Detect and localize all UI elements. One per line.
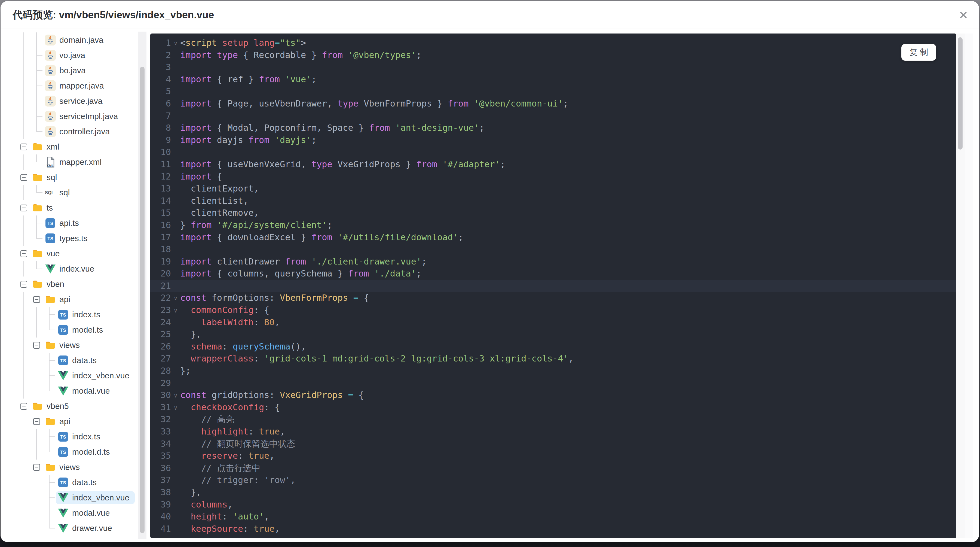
tree-item-bo-java[interactable]: bo.java xyxy=(0,63,138,78)
close-button[interactable]: × xyxy=(954,4,973,26)
tree-item-sql[interactable]: sql xyxy=(0,170,138,185)
fold-gutter xyxy=(171,219,180,231)
tree-indent-guide xyxy=(30,124,43,139)
fold-chevron-icon[interactable]: ∨ xyxy=(171,304,180,316)
code-line: 13 clientExport, xyxy=(150,182,956,195)
tree-item-service-java[interactable]: service.java xyxy=(0,93,138,109)
tree-item-data-ts[interactable]: TSdata.ts xyxy=(0,353,138,368)
tree-item-types-ts[interactable]: TStypes.ts xyxy=(0,231,138,246)
line-number: 35 xyxy=(150,450,171,462)
fold-chevron-icon[interactable]: ∨ xyxy=(171,401,180,413)
tree-item-model-ts[interactable]: TSmodel.ts xyxy=(0,322,138,338)
tree-indent-guide xyxy=(18,48,30,63)
code-line: 37 // trigger: 'row', xyxy=(150,474,956,486)
tree-item-vben[interactable]: vben xyxy=(0,276,138,292)
tree-indent-guide xyxy=(18,338,30,353)
copy-button[interactable]: 复 制 xyxy=(901,44,936,61)
fold-chevron-icon[interactable]: ∨ xyxy=(171,389,180,401)
vue-icon xyxy=(56,384,70,397)
line-number: 7 xyxy=(150,110,171,122)
code-editor[interactable]: 复 制 1∨<script setup lang="ts">2import ty… xyxy=(150,33,956,538)
tree-item-vue[interactable]: vue xyxy=(0,246,138,261)
tree-item-mapper-xml[interactable]: XMLmapper.xml xyxy=(0,155,138,170)
collapse-toggle-icon[interactable] xyxy=(18,170,30,185)
collapse-toggle-icon[interactable] xyxy=(18,276,30,292)
tree-item-index-vue[interactable]: index.vue xyxy=(0,261,138,276)
tree-item-modal-vue[interactable]: modal.vue xyxy=(0,506,138,521)
tree-item-label: model.d.ts xyxy=(72,447,110,456)
tree-item-api[interactable]: api xyxy=(0,414,138,429)
tree-item-model-d-ts[interactable]: TSmodel.d.ts xyxy=(0,444,138,459)
tree-item-index-ts[interactable]: TSindex.ts xyxy=(0,307,138,322)
editor-scrollbar-thumb[interactable] xyxy=(958,37,963,150)
code-text: schema: querySchema(), xyxy=(180,341,306,353)
folder-icon xyxy=(43,415,58,428)
tree-item-content: vue xyxy=(30,247,65,260)
code-text: }, xyxy=(180,328,201,341)
tree-item-vben5[interactable]: vben5 xyxy=(0,399,138,414)
code-line: 2import type { Recordable } from '@vben/… xyxy=(150,49,956,61)
tree-item-content: ts xyxy=(30,201,58,214)
tree-indent-guide xyxy=(30,215,43,231)
tree-indent-guide xyxy=(18,63,30,78)
collapse-toggle-icon[interactable] xyxy=(18,246,30,261)
fold-gutter xyxy=(171,268,180,280)
tree-item-drawer-vue[interactable]: drawer.vue xyxy=(0,521,138,536)
tree-item-views[interactable]: views xyxy=(0,338,138,353)
tree-item-content: views xyxy=(43,461,85,474)
collapse-toggle-icon[interactable] xyxy=(18,200,30,215)
tree-item-xml[interactable]: xml xyxy=(0,139,138,155)
code-text: clientExport, xyxy=(180,182,259,195)
collapse-toggle-icon[interactable] xyxy=(30,338,43,353)
fold-gutter xyxy=(171,413,180,426)
tree-item-modal-vue[interactable]: modal.vue xyxy=(0,383,138,399)
fold-gutter xyxy=(171,280,180,292)
collapse-toggle-icon[interactable] xyxy=(30,292,43,307)
tree-item-sql[interactable]: SQLsql xyxy=(0,185,138,200)
tree-item-content: sql xyxy=(30,171,62,184)
tree-item-label: data.ts xyxy=(72,478,97,487)
tree-item-content: vben xyxy=(30,277,70,291)
tree-item-content: index_vben.vue xyxy=(56,369,135,382)
tree-scrollbar-thumb[interactable] xyxy=(140,67,145,533)
collapse-toggle-icon[interactable] xyxy=(30,414,43,429)
line-number: 18 xyxy=(150,243,171,255)
tree-item-label: index.vue xyxy=(59,264,94,273)
fold-chevron-icon[interactable]: ∨ xyxy=(171,37,180,49)
fold-gutter xyxy=(171,474,180,486)
tree-indent-guide xyxy=(18,261,30,276)
tree-item-label: api.ts xyxy=(59,218,79,228)
tree-item-serviceimpl-java[interactable]: serviceImpl.java xyxy=(0,109,138,124)
code-text: import { xyxy=(180,171,222,183)
tree-item-vo-java[interactable]: vo.java xyxy=(0,48,138,63)
tree-item-index-vben-vue[interactable]: index_vben.vue xyxy=(0,368,138,383)
scrollbar-divider xyxy=(965,33,965,538)
fold-gutter xyxy=(171,158,180,171)
tree-item-domain-java[interactable]: domain.java xyxy=(0,32,138,48)
tree-item-data-ts[interactable]: TSdata.ts xyxy=(0,475,138,490)
collapse-toggle-icon[interactable] xyxy=(18,399,30,414)
collapse-toggle-icon[interactable] xyxy=(18,139,30,155)
line-number: 24 xyxy=(150,316,171,329)
tree-item-index-ts[interactable]: TSindex.ts xyxy=(0,429,138,444)
fold-chevron-icon[interactable]: ∨ xyxy=(171,292,180,304)
tree-item-label: mapper.java xyxy=(59,81,104,91)
tree-indent-guide xyxy=(43,429,56,444)
tree-item-controller-java[interactable]: controller.java xyxy=(0,124,138,139)
collapse-toggle-icon[interactable] xyxy=(30,459,43,475)
tree-item-api[interactable]: api xyxy=(0,292,138,307)
tree-item-label: index.ts xyxy=(72,432,100,441)
tree-item-index-vben-vue[interactable]: index_vben.vue xyxy=(0,490,138,506)
tree-item-api-ts[interactable]: TSapi.ts xyxy=(0,215,138,231)
tree-item-label: model.ts xyxy=(72,325,103,335)
tree-item-ts[interactable]: ts xyxy=(0,200,138,215)
fold-gutter xyxy=(171,73,180,86)
folder-icon xyxy=(30,201,45,214)
tree-item-label: views xyxy=(59,341,80,350)
tree-item-views[interactable]: views xyxy=(0,459,138,475)
line-number: 38 xyxy=(150,486,171,499)
tree-indent-guide xyxy=(18,78,30,93)
tree-item-mapper-java[interactable]: mapper.java xyxy=(0,78,138,93)
code-text: // 点击行选中 xyxy=(180,462,261,474)
line-number: 41 xyxy=(150,523,171,535)
